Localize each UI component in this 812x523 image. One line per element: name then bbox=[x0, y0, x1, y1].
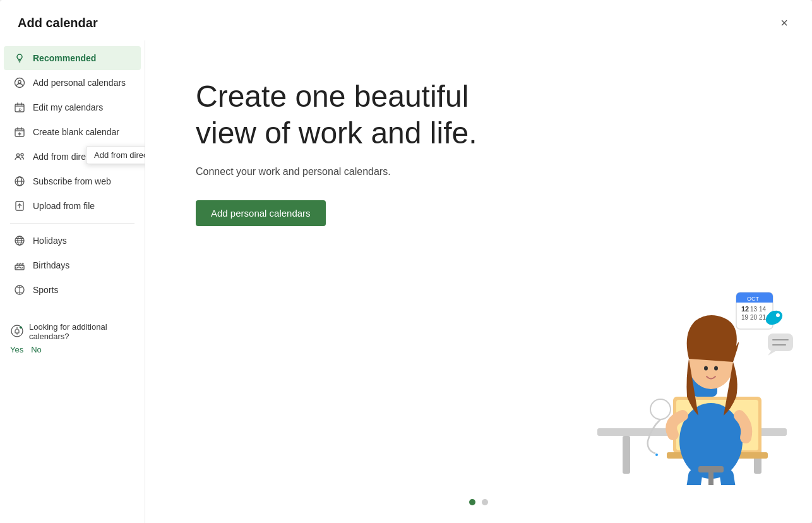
svg-point-2 bbox=[18, 80, 21, 83]
svg-text:20: 20 bbox=[750, 314, 758, 321]
svg-text:OCT: OCT bbox=[747, 296, 760, 302]
add-calendar-modal: Add calendar × Recommended bbox=[0, 0, 812, 523]
sidebar-footer: Looking for additional calendars? Yes No bbox=[0, 315, 145, 362]
sidebar-item-add-from-dir[interactable]: Add from directory Add from directory bbox=[4, 145, 141, 169]
modal-body: Recommended Add personal calendars bbox=[0, 40, 812, 523]
hero-title: Create one beautiful view of work and li… bbox=[196, 78, 524, 151]
sidebar-item-subscribe-web[interactable]: Subscribe from web bbox=[4, 169, 141, 193]
carousel-dot-2[interactable] bbox=[482, 499, 488, 505]
bell-plus-icon bbox=[10, 324, 24, 340]
looking-text: Looking for additional calendars? bbox=[29, 322, 134, 341]
carousel-dot-1[interactable] bbox=[469, 499, 475, 505]
sidebar-item-birthdays[interactable]: Birthdays bbox=[4, 253, 141, 277]
svg-point-40 bbox=[714, 366, 718, 371]
calendar-plus-icon bbox=[14, 126, 25, 138]
sidebar: Recommended Add personal calendars bbox=[0, 40, 145, 523]
person-circle-icon bbox=[14, 77, 25, 88]
sidebar-item-add-from-dir-label: Add from directory bbox=[33, 152, 105, 162]
svg-point-57 bbox=[776, 313, 780, 317]
svg-text:12: 12 bbox=[741, 305, 749, 313]
close-button[interactable]: × bbox=[774, 13, 794, 33]
svg-point-39 bbox=[704, 366, 708, 371]
illustration: OCT 12 13 14 19 20 21 bbox=[585, 258, 799, 485]
sidebar-item-add-personal-label: Add personal calendars bbox=[33, 78, 126, 88]
svg-rect-31 bbox=[623, 436, 630, 474]
pen-calendar-icon bbox=[14, 102, 25, 113]
sidebar-item-subscribe-web-label: Subscribe from web bbox=[33, 176, 111, 186]
hero-subtitle: Connect your work and personal calendars… bbox=[196, 166, 391, 177]
sidebar-item-holidays-label: Holidays bbox=[33, 236, 67, 246]
svg-text:19: 19 bbox=[741, 314, 749, 321]
svg-rect-43 bbox=[698, 466, 724, 472]
feedback-links: Yes No bbox=[10, 345, 134, 354]
globe-circle-icon bbox=[14, 176, 25, 187]
sidebar-item-create-blank[interactable]: Create blank calendar bbox=[4, 120, 141, 144]
sidebar-item-recommended-label: Recommended bbox=[33, 53, 96, 63]
svg-point-0 bbox=[17, 54, 22, 59]
svg-rect-58 bbox=[768, 334, 793, 351]
svg-point-11 bbox=[16, 153, 19, 156]
svg-point-63 bbox=[655, 454, 658, 456]
sidebar-item-upload-file-label: Upload from file bbox=[33, 201, 95, 211]
sidebar-item-sports[interactable]: Sports bbox=[4, 278, 141, 302]
sidebar-item-create-blank-label: Create blank calendar bbox=[33, 127, 119, 137]
svg-point-12 bbox=[21, 153, 23, 156]
svg-point-61 bbox=[650, 399, 671, 419]
sidebar-item-birthdays-label: Birthdays bbox=[33, 260, 69, 270]
modal-title: Add calendar bbox=[18, 16, 98, 30]
no-link[interactable]: No bbox=[31, 345, 42, 354]
add-personal-button[interactable]: Add personal calendars bbox=[196, 200, 326, 226]
modal-header: Add calendar × bbox=[0, 0, 812, 40]
svg-text:13: 13 bbox=[750, 306, 758, 313]
svg-text:14: 14 bbox=[759, 306, 767, 313]
carousel-dots bbox=[469, 499, 488, 505]
sidebar-item-recommended[interactable]: Recommended bbox=[4, 46, 141, 70]
sidebar-item-upload-file[interactable]: Upload from file bbox=[4, 194, 141, 218]
sidebar-item-edit-my-label: Edit my calendars bbox=[33, 102, 103, 112]
file-upload-icon bbox=[14, 200, 25, 212]
sidebar-item-holidays[interactable]: Holidays bbox=[4, 229, 141, 253]
sidebar-item-add-personal[interactable]: Add personal calendars bbox=[4, 71, 141, 95]
lightbulb-icon bbox=[14, 52, 25, 64]
sidebar-item-edit-my[interactable]: Edit my calendars bbox=[4, 95, 141, 119]
sidebar-divider bbox=[10, 223, 134, 224]
yes-link[interactable]: Yes bbox=[10, 345, 23, 354]
sports-ball-icon bbox=[14, 284, 25, 296]
svg-text:21: 21 bbox=[759, 314, 767, 321]
cake-icon bbox=[14, 260, 25, 271]
footer-icon-wrap: Looking for additional calendars? bbox=[10, 322, 134, 341]
main-content: Create one beautiful view of work and li… bbox=[145, 40, 812, 523]
globe-icon bbox=[14, 235, 25, 246]
people-icon bbox=[14, 151, 25, 162]
sidebar-item-sports-label: Sports bbox=[33, 285, 58, 295]
